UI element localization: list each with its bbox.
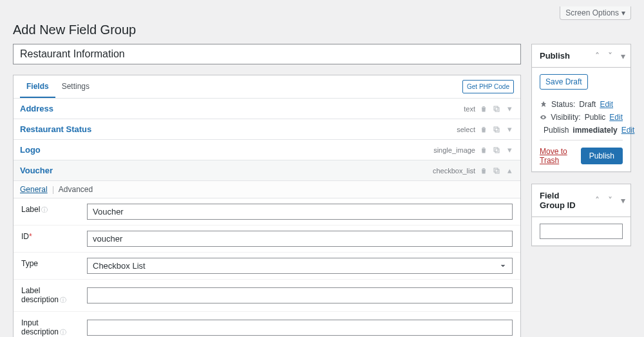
svg-rect-3 xyxy=(494,127,498,131)
trash-icon[interactable] xyxy=(479,146,488,155)
trash-icon[interactable] xyxy=(479,104,488,113)
field-row[interactable]: Address text ▾ xyxy=(14,99,520,119)
edit-schedule-link[interactable]: Edit xyxy=(621,126,635,135)
svg-rect-0 xyxy=(495,108,499,111)
schedule-label: Publish xyxy=(544,126,569,135)
required-mark: * xyxy=(29,232,32,241)
field-name: Voucher xyxy=(20,166,53,175)
field-label-input[interactable] xyxy=(87,204,513,220)
field-row[interactable]: Voucher checkbox_list ▴ xyxy=(14,160,520,181)
visibility-value: Public xyxy=(585,113,606,122)
label-text: Type xyxy=(21,259,38,268)
copy-icon[interactable] xyxy=(492,104,501,113)
eye-icon xyxy=(540,113,547,121)
copy-icon[interactable] xyxy=(492,166,501,175)
info-icon: ⓘ xyxy=(41,206,48,213)
chevron-up-icon[interactable]: ˄ xyxy=(592,48,602,64)
field-type-select[interactable]: Checkbox List xyxy=(87,258,513,274)
label-text: Label description xyxy=(21,286,59,304)
edit-visibility-link[interactable]: Edit xyxy=(609,113,623,122)
label-text: Input description xyxy=(21,318,59,336)
chevron-up-icon[interactable]: ▴ xyxy=(505,166,514,175)
pin-icon xyxy=(540,101,547,108)
screen-options-label: Screen Options xyxy=(565,8,619,17)
schedule-value: immediately xyxy=(573,126,617,135)
chevron-down-icon: ▾ xyxy=(621,8,625,17)
svg-rect-7 xyxy=(494,168,498,172)
status-value: Draft xyxy=(579,100,596,109)
field-id-input[interactable] xyxy=(87,231,513,247)
fieldgroup-id-title: Field Group ID xyxy=(532,184,592,217)
subtab-general[interactable]: General xyxy=(20,185,48,194)
field-row[interactable]: Restaurant Status select ▾ xyxy=(14,119,520,140)
svg-rect-6 xyxy=(495,169,499,173)
chevron-down-icon[interactable]: ▾ xyxy=(618,193,628,208)
tab-fields[interactable]: Fields xyxy=(20,75,55,98)
field-name: Address xyxy=(20,104,53,113)
publish-button[interactable]: Publish xyxy=(581,148,623,164)
svg-rect-1 xyxy=(494,106,498,110)
info-icon: ⓘ xyxy=(60,329,66,336)
separator: | xyxy=(52,185,54,194)
input-description-input[interactable] xyxy=(87,320,513,336)
group-title-input[interactable] xyxy=(13,44,521,64)
label-text: ID xyxy=(21,232,29,241)
field-type: checkbox_list xyxy=(433,167,475,175)
trash-icon[interactable] xyxy=(479,166,488,175)
label-text: Label xyxy=(21,205,40,214)
label-description-input[interactable] xyxy=(87,287,513,303)
publish-title: Publish xyxy=(532,44,578,67)
subtab-advanced[interactable]: Advanced xyxy=(59,185,93,194)
screen-options-button[interactable]: Screen Options ▾ xyxy=(560,6,631,20)
field-row[interactable]: Logo single_image ▾ xyxy=(14,140,520,160)
field-name: Logo xyxy=(20,145,41,155)
visibility-label: Visibility: xyxy=(551,113,580,122)
chevron-down-icon[interactable]: ˅ xyxy=(605,48,615,64)
copy-icon[interactable] xyxy=(492,125,501,134)
chevron-up-icon[interactable]: ˄ xyxy=(592,193,602,208)
chevron-down-icon[interactable]: ▾ xyxy=(505,125,514,134)
chevron-down-icon[interactable]: ˅ xyxy=(605,193,615,208)
save-draft-button[interactable]: Save Draft xyxy=(540,74,588,90)
chevron-down-icon[interactable]: ▾ xyxy=(505,146,514,155)
svg-rect-2 xyxy=(495,128,499,132)
tab-settings[interactable]: Settings xyxy=(55,75,96,98)
copy-icon[interactable] xyxy=(492,146,501,155)
field-type: single_image xyxy=(433,146,475,154)
status-label: Status: xyxy=(551,100,575,109)
field-name: Restaurant Status xyxy=(20,124,91,134)
edit-status-link[interactable]: Edit xyxy=(600,100,613,109)
field-type: select xyxy=(457,126,475,133)
fieldgroup-id-input[interactable] xyxy=(540,224,623,239)
get-php-code-button[interactable]: Get PHP Code xyxy=(462,80,514,93)
info-icon: ⓘ xyxy=(60,296,66,303)
page-title: Add New Field Group xyxy=(13,23,631,37)
move-to-trash-link[interactable]: Move to Trash xyxy=(540,147,581,165)
chevron-down-icon[interactable]: ▾ xyxy=(618,48,628,64)
svg-rect-4 xyxy=(495,149,499,153)
field-type: text xyxy=(464,105,475,113)
svg-rect-5 xyxy=(494,148,498,151)
chevron-down-icon[interactable]: ▾ xyxy=(505,104,514,113)
trash-icon[interactable] xyxy=(479,125,488,134)
